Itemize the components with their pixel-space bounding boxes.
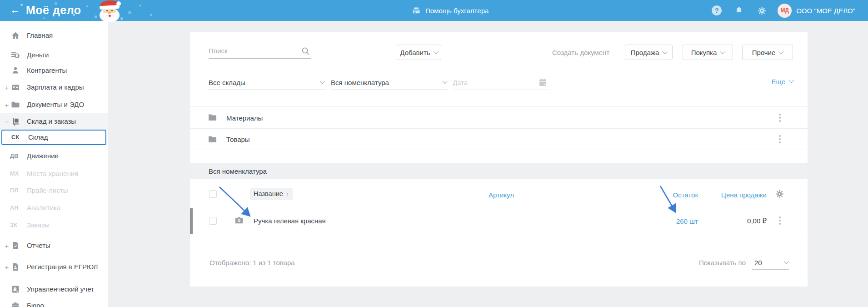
expand-plus-icon[interactable]: +	[4, 101, 10, 109]
search-input[interactable]	[209, 43, 311, 59]
sidebar-item-management-accounting[interactable]: ₽ Управленческий учет	[0, 281, 108, 298]
company-name[interactable]: ООО "МОЕ ДЕЛО"	[796, 7, 855, 15]
nomenclature-filter-select[interactable]: Вся номенклатура	[331, 75, 448, 90]
add-button[interactable]: Добавить	[397, 45, 441, 60]
per-page-select[interactable]: 20	[752, 256, 789, 270]
money-icon: ₽	[11, 50, 20, 60]
salary-icon	[11, 83, 20, 92]
folder-row-goods[interactable]: Товары	[190, 128, 808, 150]
item-code: ДВ	[10, 153, 19, 159]
annotation-arrows	[190, 32, 808, 287]
registration-icon	[11, 262, 20, 272]
row-selection-marker	[190, 208, 193, 234]
warehouse-icon	[11, 117, 20, 126]
sort-asc-icon: ↑	[286, 191, 289, 197]
sidebar-item-documents[interactable]: + Документы и ЭДО	[0, 96, 108, 113]
sale-button[interactable]: Продажа	[625, 45, 673, 60]
folder-icon	[208, 114, 217, 123]
chevron-down-icon	[319, 79, 324, 84]
sidebar-item-main[interactable]: Главная	[0, 27, 108, 44]
chevron-down-icon	[442, 79, 447, 84]
search-icon[interactable]	[301, 47, 310, 57]
table-settings-gear-icon[interactable]	[775, 189, 784, 201]
item-code: АН	[10, 205, 19, 211]
sidebar-item-analytics: АН Аналитика	[0, 199, 108, 216]
expand-plus-icon[interactable]: +	[4, 84, 10, 91]
table-row[interactable]: Ручка гелевая красная 260 шт 0,00 ₽	[190, 208, 808, 233]
sidebar-item-storage-places: МХ Места хранения	[0, 165, 108, 182]
photo-placeholder-icon	[235, 217, 243, 226]
item-code: МХ	[10, 171, 19, 177]
settings-gear-icon[interactable]	[757, 6, 767, 15]
contractors-icon	[11, 66, 20, 75]
shown-count-label: Отображено: 1 из 1 товара	[210, 259, 295, 267]
svg-text:₽: ₽	[16, 54, 19, 58]
cash-desk-icon	[412, 6, 421, 15]
main-content-card: Добавить Создать документ Продажа Покупк…	[190, 32, 808, 287]
row-checkbox[interactable]	[209, 217, 217, 225]
per-page-label: Показывать по	[699, 259, 746, 267]
calendar-icon[interactable]	[539, 78, 547, 88]
column-header-price[interactable]: Цена продажи	[713, 191, 767, 199]
folder-icon	[208, 136, 217, 145]
sidebar-item-money[interactable]: ₽ Деньги	[0, 46, 108, 64]
header-right-group: ? МД ООО "МОЕ ДЕЛО"	[712, 0, 855, 21]
sidebar-item-orders: ЗК Заказы	[0, 216, 108, 234]
select-all-checkbox[interactable]	[209, 190, 217, 198]
warehouse-filter-select[interactable]: Все склады	[209, 75, 325, 90]
row-menu-kebab-icon[interactable]	[778, 134, 782, 145]
notifications-bell-icon[interactable]	[734, 6, 743, 15]
svg-text:₽: ₽	[13, 287, 16, 292]
collapse-minus-icon[interactable]: −	[4, 118, 10, 126]
chevron-down-icon	[779, 49, 784, 54]
sidebar-item-price-lists: ПЛ Прайс-листы	[0, 182, 108, 199]
back-arrow-icon[interactable]: ←	[10, 4, 20, 16]
row-menu-kebab-icon[interactable]	[778, 112, 782, 123]
sidebar-item-movement[interactable]: ДВ Движение	[0, 147, 108, 165]
sidebar-item-contractors[interactable]: Контрагенты	[0, 62, 108, 79]
product-price: 0,00 ₽	[713, 217, 767, 225]
item-code: ЗК	[10, 222, 17, 228]
chevron-down-icon	[783, 259, 788, 264]
bureau-icon	[11, 301, 20, 307]
sidebar-item-salary[interactable]: + Зарплата и кадры	[0, 79, 108, 96]
sidebar-item-reports[interactable]: + Отчеты	[0, 237, 108, 254]
row-menu-kebab-icon[interactable]	[778, 215, 782, 226]
management-icon: ₽	[11, 285, 20, 294]
app-header: ← Моё дело Помощь бухгалтера ?	[0, 0, 868, 21]
accountant-help-button[interactable]: Помощь бухгалтера	[412, 0, 489, 21]
documents-icon	[11, 100, 20, 109]
expand-plus-icon[interactable]: +	[4, 242, 10, 250]
item-code: СК	[11, 134, 19, 141]
sidebar-item-registration[interactable]: + Регистрация в ЕГРЮЛ	[0, 254, 108, 280]
user-avatar[interactable]: МД	[778, 4, 792, 18]
column-header-stock[interactable]: Остаток	[644, 191, 698, 199]
other-button[interactable]: Прочие	[742, 45, 793, 60]
product-stock-link[interactable]: 260 шт	[644, 217, 698, 225]
sidebar-item-warehouse-stock[interactable]: СК Склад	[1, 130, 106, 145]
more-filters-link[interactable]: Еще	[771, 78, 793, 86]
column-header-sku[interactable]: Артикул	[489, 191, 514, 199]
expand-plus-icon[interactable]: +	[4, 263, 10, 271]
help-icon[interactable]: ?	[712, 5, 722, 15]
chevron-down-icon	[788, 78, 793, 83]
chevron-down-icon	[720, 49, 725, 54]
purchase-button[interactable]: Покупка	[683, 45, 733, 60]
sidebar-item-bureau[interactable]: Бюро	[0, 297, 108, 307]
product-name[interactable]: Ручка гелевая красная	[254, 217, 326, 225]
chevron-down-icon	[434, 49, 439, 54]
sidebar-item-warehouse[interactable]: − Склад и заказы	[0, 113, 108, 130]
home-icon	[11, 31, 20, 40]
section-title: Вся номенклатура	[209, 167, 267, 175]
accountant-help-label: Помощь бухгалтера	[425, 7, 489, 15]
section-header: Вся номенклатура	[190, 163, 808, 179]
sort-name-chip[interactable]: Название ↑	[250, 188, 293, 200]
table-header-row: Название ↑ Артикул Остаток Цена продажи	[190, 179, 808, 208]
date-filter-input[interactable]	[453, 75, 550, 90]
santa-illustration	[97, 0, 122, 24]
item-code: ПЛ	[10, 187, 19, 194]
sidebar-nav: Главная ₽ Деньги Контрагенты + Зарплата …	[0, 21, 108, 307]
create-document-label: Создать документ	[552, 49, 609, 56]
folder-row-materials[interactable]: Материалы	[190, 106, 808, 128]
chevron-down-icon	[663, 49, 668, 54]
